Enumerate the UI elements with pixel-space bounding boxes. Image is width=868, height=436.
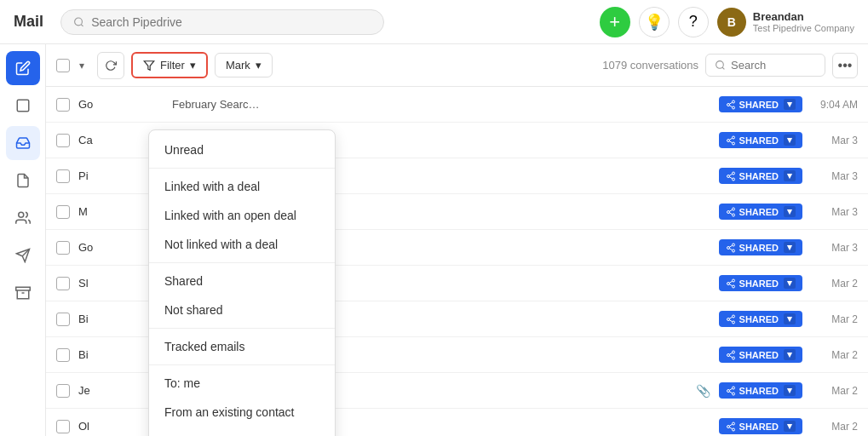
shared-dropdown-arrow[interactable]: ▾ xyxy=(784,206,796,217)
email-checkbox[interactable] xyxy=(56,98,70,112)
shared-dropdown-arrow[interactable]: ▾ xyxy=(784,170,796,181)
shared-dropdown-arrow[interactable]: ▾ xyxy=(784,349,796,360)
shared-badge[interactable]: SHARED ▾ xyxy=(719,311,802,327)
shared-badge[interactable]: SHARED ▾ xyxy=(719,204,802,220)
svg-point-53 xyxy=(732,393,734,395)
dropdown-item-with-attachments[interactable]: Only with attachments xyxy=(149,427,335,436)
svg-point-48 xyxy=(732,357,734,359)
sidebar-item-contacts[interactable] xyxy=(6,201,40,235)
dropdown-item-from-contact[interactable]: From an existing contact xyxy=(149,398,335,427)
svg-point-16 xyxy=(732,136,734,139)
email-checkbox[interactable] xyxy=(56,277,70,290)
svg-line-59 xyxy=(729,427,732,428)
shared-dropdown-arrow[interactable]: ▾ xyxy=(784,242,796,253)
shared-dropdown-arrow[interactable]: ▾ xyxy=(784,99,796,110)
email-checkbox[interactable] xyxy=(56,134,70,147)
dropdown-item-linked-deal[interactable]: Linked with a deal xyxy=(149,172,335,201)
svg-line-15 xyxy=(729,102,732,104)
shared-label: SHARED xyxy=(739,422,779,432)
tips-button[interactable]: 💡 xyxy=(639,7,670,37)
shared-icon xyxy=(726,171,736,181)
refresh-button[interactable] xyxy=(97,52,124,79)
svg-point-37 xyxy=(727,282,729,284)
sidebar-item-select[interactable] xyxy=(6,89,40,123)
dropdown-divider xyxy=(149,364,335,365)
svg-point-43 xyxy=(732,321,734,324)
svg-point-9 xyxy=(716,61,724,69)
select-all-area[interactable]: ▾ xyxy=(56,57,90,74)
avatar: B xyxy=(717,8,746,37)
dropdown-item-tracked[interactable]: Tracked emails xyxy=(149,332,335,361)
global-search-bar[interactable] xyxy=(60,9,384,35)
svg-point-27 xyxy=(727,210,729,213)
email-checkbox[interactable] xyxy=(56,205,70,219)
svg-line-34 xyxy=(729,248,732,250)
dropdown-item-to-me[interactable]: To: me xyxy=(149,369,335,398)
svg-point-42 xyxy=(727,318,729,320)
sidebar-item-send[interactable] xyxy=(6,238,40,272)
shared-badge[interactable]: SHARED ▾ xyxy=(719,418,802,434)
shared-dropdown-arrow[interactable]: ▾ xyxy=(784,278,796,289)
add-button[interactable]: + xyxy=(600,7,630,37)
dropdown-item-shared[interactable]: Shared xyxy=(149,267,335,295)
shared-badge[interactable]: SHARED ▾ xyxy=(719,168,802,184)
select-chevron[interactable]: ▾ xyxy=(73,57,90,74)
shared-badge[interactable]: SHARED ▾ xyxy=(719,382,802,399)
user-avatar-area[interactable]: B Breandan Test Pipedrive Company xyxy=(717,8,854,37)
svg-rect-2 xyxy=(17,100,29,112)
dropdown-divider xyxy=(149,262,335,263)
shared-dropdown-arrow[interactable]: ▾ xyxy=(784,421,796,432)
shared-dropdown-arrow[interactable]: ▾ xyxy=(784,135,796,146)
global-search-input[interactable] xyxy=(91,15,371,29)
shared-badge[interactable]: SHARED ▾ xyxy=(719,96,802,112)
sidebar-item-inbox[interactable] xyxy=(6,126,40,160)
more-options-button[interactable]: ••• xyxy=(832,53,858,78)
email-time: Mar 3 xyxy=(811,242,858,254)
shared-dropdown-arrow[interactable]: ▾ xyxy=(784,313,796,324)
dropdown-item-open-deal[interactable]: Linked with an open deal xyxy=(149,201,335,230)
shared-badge[interactable]: SHARED ▾ xyxy=(719,347,802,363)
email-checkbox[interactable] xyxy=(56,384,70,398)
inline-search-input[interactable] xyxy=(731,59,816,72)
svg-point-3 xyxy=(18,212,23,217)
conversation-count: 1079 conversations xyxy=(602,59,698,72)
help-button[interactable]: ? xyxy=(678,7,709,37)
shared-label: SHARED xyxy=(739,207,779,217)
dropdown-item-not-shared[interactable]: Not shared xyxy=(149,295,335,324)
filter-icon xyxy=(143,60,155,72)
email-time: Mar 2 xyxy=(811,278,858,290)
filter-chevron-icon: ▾ xyxy=(190,59,196,72)
sidebar-item-archive[interactable] xyxy=(6,276,40,310)
sidebar-item-compose[interactable] xyxy=(6,51,40,85)
shared-badge[interactable]: SHARED ▾ xyxy=(719,132,802,148)
shared-badge[interactable]: SHARED ▾ xyxy=(719,275,802,291)
search-icon xyxy=(73,16,84,28)
shared-label: SHARED xyxy=(739,135,779,146)
email-checkbox[interactable] xyxy=(56,420,70,433)
dropdown-item-unread[interactable]: Unread xyxy=(149,135,335,164)
shared-badge[interactable]: SHARED ▾ xyxy=(719,239,802,255)
shared-icon xyxy=(726,135,736,146)
svg-point-47 xyxy=(727,353,729,356)
filter-button[interactable]: Filter ▾ xyxy=(131,52,208,78)
sidebar-item-documents[interactable] xyxy=(6,164,40,198)
more-icon: ••• xyxy=(838,58,853,73)
email-checkbox[interactable] xyxy=(56,313,70,326)
inline-search-bar[interactable] xyxy=(705,54,825,77)
email-row[interactable]: Go February Searc… SHARED ▾ 9:04 AM xyxy=(46,87,868,123)
shared-icon xyxy=(726,243,736,253)
svg-point-33 xyxy=(732,250,734,252)
email-checkbox[interactable] xyxy=(56,241,70,255)
shared-label: SHARED xyxy=(739,243,779,253)
shared-dropdown-arrow[interactable]: ▾ xyxy=(784,385,796,396)
select-all-checkbox[interactable] xyxy=(56,59,70,72)
svg-line-45 xyxy=(729,317,732,318)
email-time: Mar 2 xyxy=(811,421,858,433)
email-checkbox[interactable] xyxy=(56,348,70,362)
svg-point-41 xyxy=(732,315,734,318)
dropdown-item-not-linked-deal[interactable]: Not linked with a deal xyxy=(149,230,335,259)
svg-line-20 xyxy=(729,138,732,140)
mark-button[interactable]: Mark ▾ xyxy=(215,53,273,77)
email-checkbox[interactable] xyxy=(56,169,70,183)
shared-icon xyxy=(726,278,736,289)
